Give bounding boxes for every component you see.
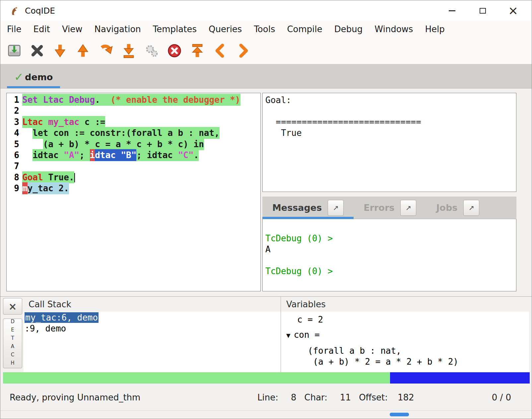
detach-button[interactable]: DETACH <box>3 319 22 368</box>
code-text <box>22 161 28 172</box>
call-stack-item[interactable]: :9, demo <box>25 323 281 334</box>
goal-panel: Goal: ============================ True <box>262 93 516 192</box>
minimize-button[interactable] <box>445 3 459 18</box>
menu-item-edit[interactable]: Edit <box>28 22 56 36</box>
code-token: "A" <box>64 149 79 161</box>
variable-row[interactable]: c = 2 <box>281 314 529 325</box>
variable-row[interactable]: ▼con = <box>281 329 529 341</box>
code-line-8[interactable]: 8Goal True. <box>7 172 260 183</box>
menu-item-templates[interactable]: Templates <box>147 22 203 36</box>
code-line-7[interactable]: 7 <box>7 161 260 172</box>
code-token: let con := constr:(forall a b : nat, <box>33 127 220 139</box>
go-to-end-icon <box>121 43 136 58</box>
call-stack-frame: :9, demo <box>25 324 66 333</box>
code-token: Ltac <box>22 116 43 128</box>
goal-line: Goal: <box>265 95 513 106</box>
line-number: 8 <box>7 172 22 183</box>
code-token: ; <box>79 149 90 161</box>
menu-item-queries[interactable]: Queries <box>203 22 248 36</box>
maximize-button[interactable] <box>475 3 490 18</box>
save-button[interactable] <box>6 43 22 59</box>
menu-item-compile[interactable]: Compile <box>281 22 328 36</box>
text-cursor <box>74 173 75 182</box>
interrupt-button[interactable] <box>166 43 182 59</box>
tab-label-messages: Messages <box>272 202 322 214</box>
tab-check-icon: ✓ <box>14 69 24 85</box>
restart-button[interactable] <box>189 43 205 59</box>
tab-messages[interactable]: Messages↗ <box>262 197 354 219</box>
code-token <box>43 116 48 128</box>
close-buffer-button[interactable] <box>29 43 45 59</box>
code-line-6[interactable]: 6 idtac "A"; idtac "B"; idtac "C". <box>7 150 260 161</box>
progress-bar <box>3 372 530 384</box>
line-number: 9 <box>7 183 22 194</box>
char-label: Char: <box>304 392 328 402</box>
message-tabstrip: Messages↗Errors↗Jobs↗ <box>262 197 516 219</box>
code-token: dtac <box>95 149 121 161</box>
code-line-3[interactable]: 3Ltac my_tac c := <box>7 117 260 128</box>
backward-one-command-button[interactable] <box>75 43 91 59</box>
call-stack-list: my_tac:6, demo:9, demo <box>24 312 281 372</box>
menu-item-windows[interactable]: Windows <box>368 22 419 36</box>
menu-item-view[interactable]: View <box>56 22 89 36</box>
menu-item-navigation[interactable]: Navigation <box>89 22 147 36</box>
forward-one-command-icon <box>52 43 68 58</box>
status-message: Ready, proving Unnamed_thm <box>10 392 140 402</box>
menu-item-help[interactable]: Help <box>419 22 450 36</box>
interrupt-icon <box>167 43 182 58</box>
code-line-4[interactable]: 4 let con := constr:(forall a b : nat, <box>7 128 260 139</box>
code-area: 1Set Ltac Debug. (* enable the debugger … <box>7 94 260 194</box>
maximize-icon <box>480 8 486 14</box>
forward-one-command-button[interactable] <box>52 43 68 59</box>
offset-label: Offset: <box>359 392 388 402</box>
code-text: my_tac 2. <box>22 183 69 194</box>
restart-icon <box>190 43 205 58</box>
code-line-9[interactable]: 9my_tac 2. <box>7 183 260 194</box>
next-occurrence-button[interactable] <box>235 43 251 59</box>
detach-errors-button[interactable]: ↗ <box>400 200 416 216</box>
tab-label-jobs: Jobs <box>436 202 457 214</box>
call-stack-item[interactable]: my_tac:6, demo <box>25 312 281 323</box>
detach-jobs-button[interactable]: ↗ <box>463 200 479 216</box>
call-stack-selected-frame: my_tac:6, demo <box>25 312 99 323</box>
go-to-cursor-button[interactable] <box>98 43 114 59</box>
make-button[interactable] <box>144 43 160 59</box>
tab-jobs[interactable]: Jobs↗ <box>426 197 489 219</box>
close-button[interactable]: × <box>506 3 520 18</box>
code-token: Set <box>22 94 38 106</box>
variable-text: con = <box>294 330 320 340</box>
code-token: . <box>194 149 199 161</box>
horizontal-scrollbar-thumb[interactable] <box>390 413 409 416</box>
debugger-controls: × DETACH <box>3 298 23 370</box>
line-value: 8 <box>291 392 297 402</box>
code-token <box>64 94 69 106</box>
variable-row[interactable]: (forall a b : nat, <box>281 345 529 356</box>
window-controls: × <box>445 0 520 21</box>
tab-label: demo <box>25 72 53 82</box>
progress-remaining <box>390 372 530 384</box>
go-to-end-button[interactable] <box>121 43 137 59</box>
close-buffer-icon <box>30 43 45 58</box>
message-line: A <box>265 244 513 255</box>
debugger-close-button[interactable]: × <box>3 298 22 315</box>
script-editor[interactable]: 1Set Ltac Debug. (* enable the debugger … <box>6 93 261 291</box>
code-line-5[interactable]: 5 (a + b) * c = a * c + b * c) in <box>7 139 260 150</box>
code-line-2[interactable]: 2 <box>7 105 260 116</box>
expander-arrow-icon[interactable]: ▼ <box>286 331 291 339</box>
progress-done <box>3 372 390 384</box>
tab-errors[interactable]: Errors↗ <box>354 197 426 219</box>
variable-row[interactable]: (a + b) * 2 = a * 2 + b * 2) <box>281 356 529 367</box>
bottom-scrollbar <box>0 410 532 419</box>
coqide-window: CoqIDE × FileEditViewNavigationTemplates… <box>0 0 532 419</box>
messages-view: TcDebug (0) > A TcDebug (0) > <box>265 233 513 277</box>
detach-messages-button[interactable]: ↗ <box>328 200 344 216</box>
message-line <box>265 255 513 266</box>
menu-item-tools[interactable]: Tools <box>248 22 281 36</box>
code-line-1[interactable]: 1Set Ltac Debug. (* enable the debugger … <box>7 94 260 105</box>
menu-item-debug[interactable]: Debug <box>328 22 369 36</box>
previous-occurrence-button[interactable] <box>212 43 228 59</box>
tab-demo[interactable]: ✓ demo <box>7 68 60 88</box>
line-label: Line: <box>257 392 278 402</box>
code-token: . <box>95 94 110 106</box>
menu-item-file[interactable]: File <box>1 22 28 36</box>
